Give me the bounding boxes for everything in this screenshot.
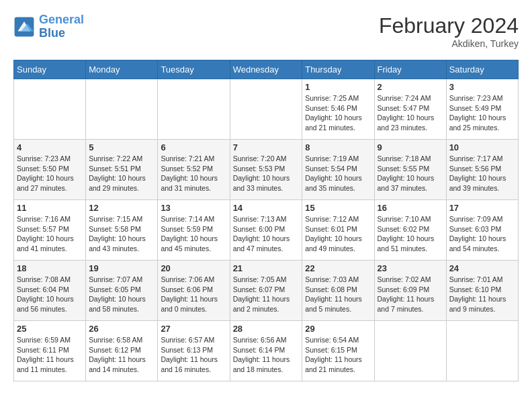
cell-content: Sunrise: 7:19 AM Sunset: 5:54 PM Dayligh… <box>305 154 371 193</box>
cell-content: Sunrise: 7:22 AM Sunset: 5:51 PM Dayligh… <box>89 154 154 193</box>
calendar-cell: 28Sunrise: 6:56 AM Sunset: 6:14 PM Dayli… <box>230 321 302 381</box>
calendar-cell: 21Sunrise: 7:05 AM Sunset: 6:07 PM Dayli… <box>230 261 302 321</box>
cell-content: Sunrise: 7:24 AM Sunset: 5:47 PM Dayligh… <box>378 93 443 133</box>
cell-content: Sunrise: 7:23 AM Sunset: 5:49 PM Dayligh… <box>449 93 515 133</box>
cell-content: Sunrise: 7:25 AM Sunset: 5:46 PM Dayligh… <box>305 93 371 133</box>
day-number: 14 <box>233 203 300 213</box>
page-header: General Blue February 2024 Akdiken, Turk… <box>13 13 519 49</box>
calendar-cell: 5Sunrise: 7:22 AM Sunset: 5:51 PM Daylig… <box>86 140 158 200</box>
calendar-cell: 14Sunrise: 7:13 AM Sunset: 6:00 PM Dayli… <box>230 200 302 261</box>
calendar-cell <box>158 79 230 140</box>
weekday-header-monday: Monday <box>86 60 158 79</box>
calendar-cell: 6Sunrise: 7:21 AM Sunset: 5:52 PM Daylig… <box>158 140 230 200</box>
day-number: 23 <box>378 263 443 273</box>
day-number: 3 <box>449 82 515 92</box>
calendar-cell <box>446 321 518 381</box>
cell-content: Sunrise: 7:09 AM Sunset: 6:03 PM Dayligh… <box>449 214 515 254</box>
logo-line2: Blue <box>39 26 65 40</box>
day-number: 1 <box>305 82 371 92</box>
cell-content: Sunrise: 6:58 AM Sunset: 6:12 PM Dayligh… <box>89 335 154 375</box>
calendar-cell: 26Sunrise: 6:58 AM Sunset: 6:12 PM Dayli… <box>86 321 158 381</box>
calendar-cell: 19Sunrise: 7:07 AM Sunset: 6:05 PM Dayli… <box>86 261 158 321</box>
day-number: 11 <box>17 203 83 213</box>
cell-content: Sunrise: 6:56 AM Sunset: 6:14 PM Dayligh… <box>233 335 300 375</box>
day-number: 16 <box>378 203 443 213</box>
day-number: 10 <box>449 142 515 152</box>
cell-content: Sunrise: 6:57 AM Sunset: 6:13 PM Dayligh… <box>161 335 226 375</box>
day-number: 2 <box>378 82 443 92</box>
calendar-cell: 25Sunrise: 6:59 AM Sunset: 6:11 PM Dayli… <box>14 321 86 381</box>
day-number: 28 <box>233 324 300 334</box>
calendar-header: SundayMondayTuesdayWednesdayThursdayFrid… <box>14 60 519 79</box>
location: Akdiken, Turkey <box>379 38 519 49</box>
cell-content: Sunrise: 7:18 AM Sunset: 5:55 PM Dayligh… <box>378 154 443 193</box>
calendar-cell: 4Sunrise: 7:23 AM Sunset: 5:50 PM Daylig… <box>14 140 86 200</box>
calendar-cell: 29Sunrise: 6:54 AM Sunset: 6:15 PM Dayli… <box>302 321 374 381</box>
day-number: 12 <box>89 203 154 213</box>
day-number: 24 <box>449 263 515 273</box>
calendar-cell: 24Sunrise: 7:01 AM Sunset: 6:10 PM Dayli… <box>446 261 518 321</box>
logo-text: General Blue <box>39 13 84 40</box>
day-number: 9 <box>378 142 443 152</box>
calendar-cell: 27Sunrise: 6:57 AM Sunset: 6:13 PM Dayli… <box>158 321 230 381</box>
cell-content: Sunrise: 7:16 AM Sunset: 5:57 PM Dayligh… <box>17 214 83 254</box>
cell-content: Sunrise: 6:54 AM Sunset: 6:15 PM Dayligh… <box>305 335 371 375</box>
day-number: 26 <box>89 324 154 334</box>
cell-content: Sunrise: 6:59 AM Sunset: 6:11 PM Dayligh… <box>17 335 83 375</box>
logo-icon <box>13 16 35 38</box>
cell-content: Sunrise: 7:12 AM Sunset: 6:01 PM Dayligh… <box>305 214 371 254</box>
weekday-header-thursday: Thursday <box>302 60 374 79</box>
calendar-cell: 20Sunrise: 7:06 AM Sunset: 6:06 PM Dayli… <box>158 261 230 321</box>
cell-content: Sunrise: 7:13 AM Sunset: 6:00 PM Dayligh… <box>233 214 300 254</box>
calendar-cell: 22Sunrise: 7:03 AM Sunset: 6:08 PM Dayli… <box>302 261 374 321</box>
calendar-week-4: 25Sunrise: 6:59 AM Sunset: 6:11 PM Dayli… <box>14 321 519 381</box>
calendar-table: SundayMondayTuesdayWednesdayThursdayFrid… <box>13 60 519 381</box>
calendar-cell: 9Sunrise: 7:18 AM Sunset: 5:55 PM Daylig… <box>374 140 446 200</box>
weekday-header-row: SundayMondayTuesdayWednesdayThursdayFrid… <box>14 60 519 79</box>
calendar-cell: 3Sunrise: 7:23 AM Sunset: 5:49 PM Daylig… <box>446 79 518 140</box>
cell-content: Sunrise: 7:01 AM Sunset: 6:10 PM Dayligh… <box>449 275 515 314</box>
cell-content: Sunrise: 7:08 AM Sunset: 6:04 PM Dayligh… <box>17 275 83 314</box>
calendar-cell: 16Sunrise: 7:10 AM Sunset: 6:02 PM Dayli… <box>374 200 446 261</box>
title-block: February 2024 Akdiken, Turkey <box>379 13 519 49</box>
logo-line1: General <box>39 13 84 26</box>
cell-content: Sunrise: 7:20 AM Sunset: 5:53 PM Dayligh… <box>233 154 300 193</box>
weekday-header-tuesday: Tuesday <box>158 60 230 79</box>
calendar-cell: 2Sunrise: 7:24 AM Sunset: 5:47 PM Daylig… <box>374 79 446 140</box>
day-number: 20 <box>161 263 226 273</box>
calendar-cell: 17Sunrise: 7:09 AM Sunset: 6:03 PM Dayli… <box>446 200 518 261</box>
calendar-cell: 18Sunrise: 7:08 AM Sunset: 6:04 PM Dayli… <box>14 261 86 321</box>
logo: General Blue <box>13 13 84 40</box>
month-title: February 2024 <box>379 13 519 38</box>
cell-content: Sunrise: 7:15 AM Sunset: 5:58 PM Dayligh… <box>89 214 154 254</box>
calendar-cell <box>374 321 446 381</box>
calendar-week-1: 4Sunrise: 7:23 AM Sunset: 5:50 PM Daylig… <box>14 140 519 200</box>
day-number: 29 <box>305 324 371 334</box>
calendar-cell: 12Sunrise: 7:15 AM Sunset: 5:58 PM Dayli… <box>86 200 158 261</box>
calendar-body: 1Sunrise: 7:25 AM Sunset: 5:46 PM Daylig… <box>14 79 519 381</box>
cell-content: Sunrise: 7:07 AM Sunset: 6:05 PM Dayligh… <box>89 275 154 314</box>
day-number: 4 <box>17 142 83 152</box>
day-number: 7 <box>233 142 300 152</box>
calendar-cell: 8Sunrise: 7:19 AM Sunset: 5:54 PM Daylig… <box>302 140 374 200</box>
day-number: 15 <box>305 203 371 213</box>
calendar-cell: 10Sunrise: 7:17 AM Sunset: 5:56 PM Dayli… <box>446 140 518 200</box>
cell-content: Sunrise: 7:10 AM Sunset: 6:02 PM Dayligh… <box>378 214 443 254</box>
calendar-week-2: 11Sunrise: 7:16 AM Sunset: 5:57 PM Dayli… <box>14 200 519 261</box>
day-number: 27 <box>161 324 226 334</box>
cell-content: Sunrise: 7:14 AM Sunset: 5:59 PM Dayligh… <box>161 214 226 254</box>
cell-content: Sunrise: 7:17 AM Sunset: 5:56 PM Dayligh… <box>449 154 515 193</box>
cell-content: Sunrise: 7:02 AM Sunset: 6:09 PM Dayligh… <box>378 275 443 314</box>
day-number: 25 <box>17 324 83 334</box>
calendar-cell <box>86 79 158 140</box>
weekday-header-friday: Friday <box>374 60 446 79</box>
calendar-cell: 23Sunrise: 7:02 AM Sunset: 6:09 PM Dayli… <box>374 261 446 321</box>
cell-content: Sunrise: 7:23 AM Sunset: 5:50 PM Dayligh… <box>17 154 83 193</box>
calendar-cell <box>230 79 302 140</box>
cell-content: Sunrise: 7:03 AM Sunset: 6:08 PM Dayligh… <box>305 275 371 314</box>
calendar-cell: 11Sunrise: 7:16 AM Sunset: 5:57 PM Dayli… <box>14 200 86 261</box>
calendar-cell: 15Sunrise: 7:12 AM Sunset: 6:01 PM Dayli… <box>302 200 374 261</box>
day-number: 19 <box>89 263 154 273</box>
day-number: 5 <box>89 142 154 152</box>
day-number: 6 <box>161 142 226 152</box>
